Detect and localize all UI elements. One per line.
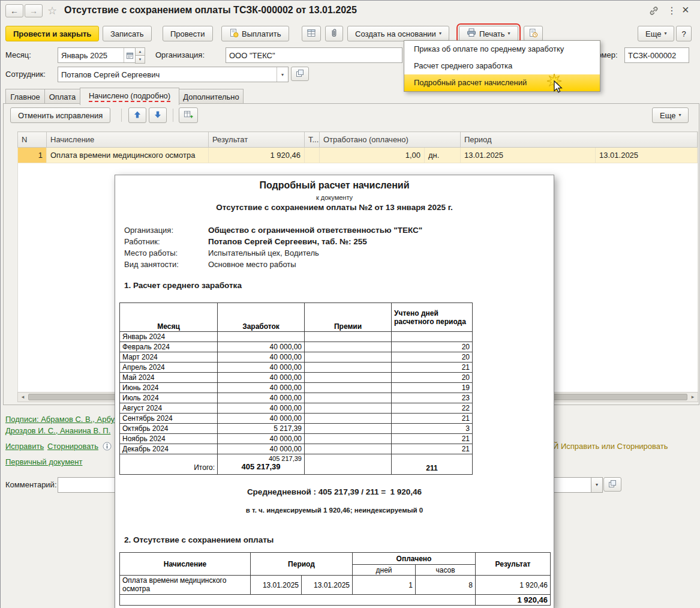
tab-nachisleno-podrobno[interactable]: Начислено (подробно) (80, 88, 179, 105)
menu-item-raschet-srednego[interactable]: Расчет среднего заработка (404, 58, 600, 74)
result-cell[interactable]: 1 920,46 (209, 148, 305, 163)
move-down-button[interactable] (149, 107, 167, 123)
favorite-star-icon[interactable]: ☆ (47, 4, 57, 17)
organization-field[interactable] (226, 47, 402, 63)
average-daily-line: Среднедневной : 405 217,39 / 211 = 1 920… (115, 487, 554, 496)
earnings-cell: 40 000,00 (218, 434, 305, 444)
info-label: Вид занятости: (124, 260, 208, 269)
days-cell: 20 (392, 373, 473, 383)
employee-open-button[interactable] (291, 67, 309, 81)
month-cell: Сентябрь 2024 (120, 414, 218, 424)
spinner-up-button[interactable]: ▲ (135, 47, 145, 55)
post-button[interactable]: Провести (163, 26, 213, 41)
write-button[interactable]: Записать (103, 26, 152, 41)
tab-label: Оплата (49, 92, 76, 101)
fix-link[interactable]: Исправить (5, 442, 44, 451)
days-cell: 20 (392, 352, 473, 363)
undo-corrections-button[interactable]: Отменить исправления (10, 107, 110, 123)
move-up-button[interactable] (128, 107, 146, 123)
tab-oplata[interactable]: Оплата (44, 89, 80, 104)
grid-header-worked[interactable]: Отработано (оплачено) (320, 132, 461, 148)
earnings-table: Месяц Заработок Премии Учтено дней расче… (119, 302, 473, 475)
grid-header-period[interactable]: Период (461, 132, 698, 148)
grid-header-n[interactable]: N (18, 132, 47, 148)
tab-label: Начислено (подробно) (89, 91, 170, 102)
accruals-grid[interactable]: N Начисление Результат Т... Отработано (… (17, 131, 698, 163)
create-on-basis-button[interactable]: Создать на основании ▾ (347, 26, 449, 41)
accrual-cell[interactable]: Оплата времени медицинского осмотра (47, 148, 209, 163)
forward-button[interactable]: → (25, 4, 43, 17)
total-bonus-cell (305, 454, 392, 475)
info-icon[interactable] (103, 442, 112, 453)
worked-cell[interactable]: 1,00 (320, 148, 425, 163)
period-from-cell[interactable]: 13.01.2025 (461, 148, 596, 163)
n-cell[interactable]: 1 (18, 148, 47, 163)
period-to-cell[interactable]: 13.01.2025 (596, 148, 698, 163)
bonus-cell (305, 424, 392, 434)
scroll-left-button[interactable]: ◂ (18, 393, 28, 400)
grid-header-result[interactable]: Результат (209, 132, 305, 148)
employee-input[interactable] (58, 67, 277, 82)
employee-field[interactable]: ▾ (58, 67, 289, 82)
bonus-cell (305, 403, 392, 414)
grid-selected-row[interactable]: 1 Оплата времени медицинского осмотра 1 … (18, 148, 698, 163)
number-field[interactable] (624, 47, 689, 63)
reverse-link[interactable]: Сторнировать (47, 442, 98, 451)
pay-button[interactable]: Выплатить (221, 26, 289, 41)
pay-button-label: Выплатить (242, 29, 281, 38)
more-button[interactable]: Еще ▾ (638, 26, 674, 41)
menu-item-prikaz-ob-oplate[interactable]: Приказ об оплате по среднему заработку (404, 41, 600, 58)
earnings-row: Август 202440 000,0022 (120, 403, 473, 414)
grid-header-t[interactable]: Т... (305, 132, 320, 148)
days-cell (392, 332, 473, 342)
grid-header-accrual[interactable]: Начисление (47, 132, 209, 148)
absence-total-cell: 1 920,46 (476, 595, 551, 606)
comment-open-button[interactable] (603, 477, 621, 492)
chevron-down-icon: ▾ (439, 31, 441, 36)
menu-item-podrobnyi-raschet[interactable]: Подробный расчет начислений (404, 74, 600, 91)
document-history-button[interactable] (524, 26, 543, 41)
info-value: Основное место работы (208, 260, 296, 269)
month-cell: Июль 2024 (120, 393, 218, 403)
calendar-icon[interactable] (124, 48, 135, 62)
organization-input[interactable] (226, 48, 402, 62)
unit-cell[interactable]: дн. (425, 148, 461, 163)
earnings-row: Сентябрь 202440 000,0021 (120, 414, 473, 424)
t-cell[interactable] (305, 148, 320, 163)
month-input[interactable] (58, 48, 124, 62)
number-input[interactable] (625, 48, 689, 62)
month-spinner[interactable]: ▲ ▼ (135, 47, 145, 62)
back-button[interactable]: ← (5, 4, 23, 17)
total-days-cell: 211 (392, 454, 473, 475)
fill-table-button[interactable] (179, 107, 198, 123)
primary-document-link[interactable]: Первичный документ (5, 457, 82, 466)
earnings-cell: 40 000,00 (218, 414, 305, 424)
bonus-cell (305, 393, 392, 403)
earnings-row: Октябрь 20245 217,393 (120, 424, 473, 434)
tab-dopolnitelno[interactable]: Дополнительно (179, 89, 244, 104)
post-and-close-button[interactable]: Провести и закрыть (5, 26, 99, 41)
arrow-up-icon (133, 110, 142, 121)
bonus-cell (305, 434, 392, 444)
help-button[interactable]: ? (676, 26, 692, 41)
window-title: Отсутствие с сохранением оплаты ТСЗК-000… (64, 5, 357, 16)
get-link-icon[interactable] (648, 5, 659, 18)
scroll-right-button[interactable]: ▸ (688, 393, 698, 400)
attachments-button[interactable] (325, 26, 343, 41)
close-button[interactable]: × (682, 3, 689, 17)
signatures-link[interactable]: Подписи: Абрамов С. В., Арбу (5, 415, 115, 424)
spinner-down-button[interactable]: ▼ (135, 55, 145, 64)
tab-glavnoe[interactable]: Главное (5, 89, 45, 104)
more-button-label: Еще (645, 29, 661, 38)
days-cell: 21 (392, 434, 473, 444)
kebab-menu-icon[interactable]: ⋮ (667, 5, 677, 16)
comment-dropdown-button[interactable]: ▾ (591, 477, 603, 493)
print-button[interactable]: Печать ▾ (459, 26, 518, 41)
grid-more-label: Еще (660, 111, 675, 120)
month-field[interactable] (58, 47, 136, 63)
grid-more-button[interactable]: Еще ▾ (652, 107, 689, 123)
signatures-link-2[interactable]: Дроздов И. С., Ананина В. П. (5, 426, 110, 435)
register-records-button[interactable] (302, 26, 321, 41)
titlebar: ← → ☆ Отсутствие с сохранением оплаты ТС… (1, 1, 700, 21)
employee-dropdown-icon[interactable]: ▾ (277, 67, 288, 82)
